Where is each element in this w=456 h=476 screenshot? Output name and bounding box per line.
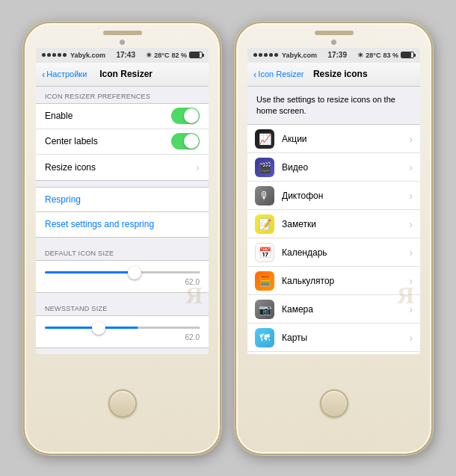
slider2-thumb[interactable] <box>92 321 105 335</box>
section3-header: NEWSSTAND SIZE <box>36 299 209 315</box>
list-item[interactable]: 🗺 Карты › <box>247 324 420 352</box>
list-item[interactable]: 📷 Камера › <box>247 295 420 324</box>
slider1-group: 62.0 <box>36 260 209 293</box>
enable-toggle[interactable] <box>171 108 200 124</box>
description-text: Use the settings to resize icons on the … <box>247 87 420 125</box>
camera-app-icon: 📷 <box>255 300 274 319</box>
left-nav-bar: ‹ Настройки Icon Resizer <box>36 63 209 87</box>
chevron-right-icon: › <box>409 190 413 202</box>
list-item[interactable]: 📈 Акции › <box>247 125 420 153</box>
left-back-button[interactable]: ‹ Настройки <box>42 69 87 80</box>
right-phone-bottom <box>320 354 348 454</box>
slider1-track[interactable] <box>45 271 200 273</box>
app-list: 📈 Акции › 🎬 Видео › 🎙 Диктофон › <box>247 124 420 353</box>
right-phone: Yabyk.com 17:39 ☀ 28°C 83 % ‹ Icon Resiz… <box>235 22 433 455</box>
carrier-label-right: Yabyk.com <box>282 52 317 59</box>
right-home-button[interactable] <box>320 389 348 418</box>
temp-label-right: 28°C <box>366 52 380 59</box>
chevron-right-icon: › <box>409 133 413 145</box>
maps-icon: 🗺 <box>255 328 274 347</box>
resize-icons-row[interactable]: Resize icons › <box>36 155 209 180</box>
list-item[interactable]: 🧭 Компас › <box>247 352 420 353</box>
chevron-left-icon: ‹ <box>42 69 45 80</box>
camera <box>120 40 125 45</box>
chevron-right-icon: › <box>409 332 413 344</box>
slider2-value: 62.0 <box>45 333 200 341</box>
weather-icon: ☀ <box>146 52 152 59</box>
maps-label: Карты <box>282 333 406 343</box>
battery-label: 82 % <box>171 52 187 59</box>
list-item[interactable]: 📅 Календарь › <box>247 238 420 267</box>
chevron-right-icon: › <box>409 275 413 287</box>
reset-label: Reset settings and respring <box>45 219 154 229</box>
list-item[interactable]: 🧮 Калькулятор › <box>247 267 420 295</box>
signal-dot-r <box>259 53 262 57</box>
camera-right <box>331 40 336 45</box>
notes-icon: 📝 <box>255 214 274 234</box>
slider1-value: 62.0 <box>45 278 200 286</box>
time-label-right: 17:39 <box>327 51 347 59</box>
signal-dot-r <box>274 53 278 57</box>
battery-icon <box>189 52 203 58</box>
chevron-left-icon-right: ‹ <box>253 69 256 80</box>
slider2-track-right <box>138 327 200 329</box>
left-nav-title: Icon Resizer <box>87 69 165 79</box>
battery-label-right: 83 % <box>383 52 398 59</box>
slider1-thumb[interactable] <box>128 266 141 279</box>
time-label: 17:43 <box>116 51 135 59</box>
left-home-button[interactable] <box>108 389 137 418</box>
speaker <box>103 31 142 35</box>
chevron-right-icon: › <box>409 303 413 315</box>
signal-dot <box>63 53 67 57</box>
video-icon: 🎬 <box>255 158 274 177</box>
left-phone-bottom <box>108 354 137 454</box>
stocks-icon: 📈 <box>255 129 274 149</box>
signal-dot-r <box>253 53 257 57</box>
signal-dot <box>42 53 46 57</box>
respring-label: Respring <box>45 194 81 205</box>
left-status-bar: Yabyk.com 17:43 ☀ 28°C 82 % <box>36 48 209 63</box>
list-item[interactable]: 📝 Заметки › <box>247 210 420 238</box>
list-item[interactable]: 🎬 Видео › <box>247 153 420 182</box>
center-labels-label: Center labels <box>45 136 171 146</box>
center-labels-row[interactable]: Center labels <box>36 129 209 155</box>
left-screen: Yabyk.com 17:43 ☀ 28°C 82 % ‹ Настройки <box>36 48 209 354</box>
camera-label: Камера <box>282 304 406 315</box>
calc-label: Калькулятор <box>282 276 406 286</box>
slider2-track[interactable] <box>45 327 200 329</box>
carrier-label: Yabyk.com <box>70 52 105 59</box>
newsstand-size-section: NEWSSTAND SIZE 62.0 <box>36 299 209 348</box>
chevron-right-icon: › <box>409 161 413 173</box>
enable-row[interactable]: Enable <box>36 104 209 129</box>
toggle-knob <box>184 108 199 123</box>
section1-header: ICON RESIZER PREFERENCES <box>36 87 209 103</box>
chevron-right-icon: › <box>409 247 413 259</box>
notes-label: Заметки <box>282 219 406 229</box>
enable-label: Enable <box>45 111 171 121</box>
reset-row[interactable]: Reset settings and respring <box>36 212 209 238</box>
left-settings-content: ICON RESIZER PREFERENCES Enable Center l… <box>36 87 209 354</box>
chevron-right-icon: › <box>409 218 413 230</box>
slider2-group: 62.0 <box>36 315 209 348</box>
weather-icon-right: ☀ <box>357 52 363 59</box>
signal-dot <box>52 53 56 57</box>
center-labels-toggle[interactable] <box>171 133 200 149</box>
temp-label: 28°C <box>154 52 169 59</box>
respring-row[interactable]: Respring <box>36 187 209 212</box>
signal-dot <box>47 53 51 57</box>
left-phone-top <box>25 23 220 48</box>
calendar-icon: 📅 <box>255 243 274 262</box>
right-back-button[interactable]: ‹ Icon Resizer <box>253 69 304 80</box>
list-item[interactable]: 🎙 Диктофон › <box>247 182 420 210</box>
right-phone-top <box>236 23 431 48</box>
voice-icon: 🎙 <box>255 186 274 205</box>
slider1-track-right <box>138 271 200 273</box>
back-label-right: Icon Resizer <box>258 69 304 78</box>
section2-header: DEFAULT ICON SIZE <box>36 244 209 260</box>
stocks-label: Акции <box>282 134 406 144</box>
right-screen: Yabyk.com 17:39 ☀ 28°C 83 % ‹ Icon Resiz… <box>247 48 420 354</box>
back-label: Настройки <box>46 69 87 78</box>
chevron-right-icon: › <box>196 161 200 173</box>
voice-label: Диктофон <box>282 191 406 201</box>
signal-dot-r <box>269 53 273 57</box>
